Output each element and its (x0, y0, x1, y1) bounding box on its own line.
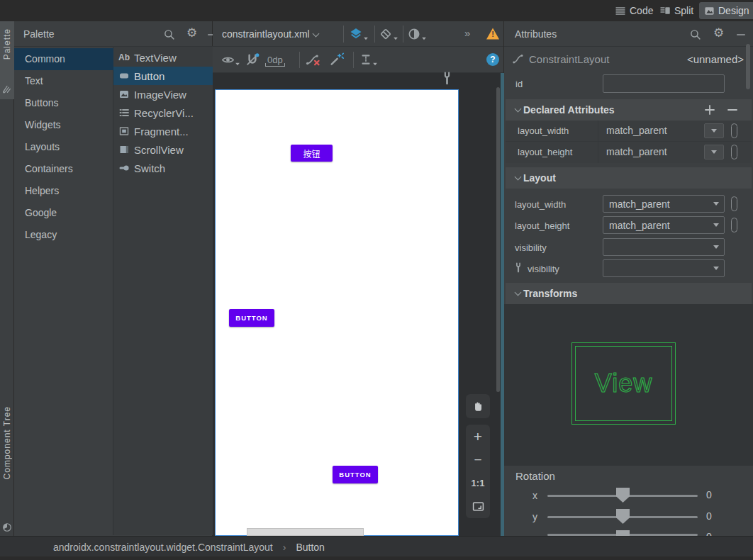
theme-button[interactable] (407, 27, 427, 41)
rotation-y-value: 0 (706, 510, 712, 522)
editor-vertical-scrollbar[interactable] (496, 87, 500, 392)
tools-visibility-combo[interactable] (603, 259, 725, 277)
add-attribute-icon[interactable] (704, 104, 715, 116)
chevron-down-icon (713, 245, 719, 249)
zoom-reset-button[interactable]: 1:1 (466, 471, 490, 495)
section-declared-attributes[interactable]: Declared Attributes (506, 99, 752, 121)
palette-item-button[interactable]: Button (113, 67, 213, 85)
default-margin-selector[interactable]: 0dp (265, 55, 285, 65)
canvas-button-2[interactable]: BUTTON (229, 309, 274, 327)
attributes-scrollbar[interactable] (746, 44, 750, 89)
tab-split[interactable]: Split (656, 2, 697, 19)
gear-icon[interactable]: ⚙ (713, 26, 724, 40)
orientation-button[interactable] (379, 27, 398, 41)
zoom-controls: + − 1:1 (466, 425, 490, 518)
zoom-fit-icon (472, 501, 484, 512)
palette-item-recyclerview[interactable]: RecyclerVi... (113, 103, 213, 122)
warning-indicator[interactable]: ! (486, 27, 500, 40)
palette-category-text[interactable]: Text (14, 70, 113, 92)
value-dropdown-button[interactable] (704, 123, 724, 138)
transform-view-preview[interactable]: View (571, 342, 676, 425)
default-margin-value: 0dp (265, 55, 285, 67)
toggle-pill-icon[interactable] (731, 145, 737, 159)
remove-attribute-icon[interactable] (727, 104, 738, 116)
magnet-icon (245, 52, 260, 67)
attribute-name: layout_width (518, 125, 569, 136)
palette-category-buttons[interactable]: Buttons (14, 92, 113, 114)
palette-item-imageview[interactable]: ImageView (113, 85, 213, 103)
file-tab[interactable]: constraintlayout.xml (222, 21, 318, 47)
zoom-in-button[interactable]: + (466, 425, 490, 448)
visibility-combo[interactable] (603, 238, 725, 256)
zoom-out-button[interactable]: − (466, 448, 490, 471)
pan-button[interactable] (466, 394, 490, 418)
design-surface-selector-button[interactable] (349, 27, 369, 41)
palette-category-google[interactable]: Google (14, 202, 113, 224)
file-tab-label: constraintlayout.xml (222, 28, 310, 40)
breadcrumb-item-button[interactable]: Button (296, 542, 324, 553)
palette-item-switch[interactable]: Switch (113, 159, 213, 177)
attribute-value[interactable]: match_parent (606, 125, 667, 136)
palette-category-helpers[interactable]: Helpers (14, 180, 113, 202)
zoom-to-fit-button[interactable] (466, 495, 490, 518)
palette-category-layouts[interactable]: Layouts (14, 136, 113, 158)
canvas-button-1[interactable]: 按钮 (291, 145, 333, 162)
gear-icon[interactable]: ⚙ (186, 26, 197, 40)
section-layout[interactable]: Layout (506, 167, 752, 189)
chevron-down-icon (312, 30, 319, 37)
palette-item-textview[interactable]: Ab TextView (113, 48, 213, 67)
chevron-down-icon (515, 289, 522, 296)
value-dropdown-button[interactable] (704, 145, 724, 159)
chevron-down-icon (394, 37, 398, 40)
palette-category-widgets[interactable]: Widgets (14, 114, 113, 136)
palette-item-scrollview[interactable]: ScrollView (113, 140, 213, 159)
minimize-icon[interactable] (736, 30, 746, 40)
tool-stripe-component-tree-label: Component Tree (2, 406, 12, 479)
theme-icon (407, 27, 421, 41)
rotation-z-thumb[interactable] (616, 530, 630, 536)
textview-icon: Ab (118, 52, 131, 62)
tab-code-label: Code (630, 5, 653, 16)
chevron-down-icon (364, 37, 368, 40)
breadcrumb-item-constraintlayout[interactable]: androidx.constraintlayout.widget.Constra… (53, 542, 273, 553)
help-button[interactable]: ? (486, 53, 499, 66)
section-transforms[interactable]: Transforms (506, 283, 752, 304)
palette-item-fragment[interactable]: Fragment... (113, 122, 213, 140)
toggle-pill-icon[interactable] (731, 196, 737, 211)
chevron-down-icon (422, 37, 426, 40)
clear-constraints-button[interactable] (305, 52, 320, 67)
device-screen[interactable]: 按钮 BUTTON BUTTON (215, 89, 459, 536)
palette-header: Palette ⚙ (14, 21, 213, 47)
editor-toolbar-main: constraintlayout.xml » ! (213, 21, 503, 47)
canvas-button-3[interactable]: BUTTON (333, 466, 378, 483)
tab-design[interactable]: Design (699, 2, 753, 19)
attribute-value[interactable]: match_parent (606, 146, 667, 157)
window-bottom-edge (0, 556, 753, 560)
palette-category-containers[interactable]: Containers (14, 158, 113, 180)
palette-category-legacy[interactable]: Legacy (14, 224, 113, 246)
tool-stripe-tab-component-tree[interactable]: Component Tree (0, 401, 14, 536)
view-options-button[interactable] (221, 53, 240, 67)
infer-constraints-button[interactable] (329, 52, 345, 67)
toolbar-overflow-button[interactable]: » (464, 27, 470, 39)
palette-category-common[interactable]: Common (14, 48, 113, 70)
id-input[interactable] (603, 74, 725, 93)
tool-stripe-tab-palette[interactable]: Palette (0, 21, 14, 99)
chevron-down-icon (515, 106, 522, 113)
layout-height-combo[interactable]: match_parent (603, 216, 725, 234)
toggle-pill-icon[interactable] (731, 218, 737, 233)
tools-wrench-icon (513, 262, 523, 273)
recyclerview-icon (118, 107, 130, 118)
autoconnect-toggle[interactable] (245, 52, 260, 67)
component-id: <unnamed> (673, 53, 744, 65)
toggle-pill-icon[interactable] (731, 123, 737, 138)
layout-width-combo[interactable]: match_parent (603, 195, 725, 213)
tab-code[interactable]: Code (611, 2, 657, 19)
imageview-icon (118, 89, 130, 100)
pack-align-button[interactable] (359, 53, 378, 66)
canvas-horizontal-scrollbar[interactable] (247, 528, 364, 536)
search-icon[interactable] (689, 28, 701, 40)
search-icon[interactable] (163, 28, 175, 40)
rotation-z-row: 0 (504, 530, 749, 536)
declared-row-layout-width: layout_width match_parent (506, 121, 752, 142)
